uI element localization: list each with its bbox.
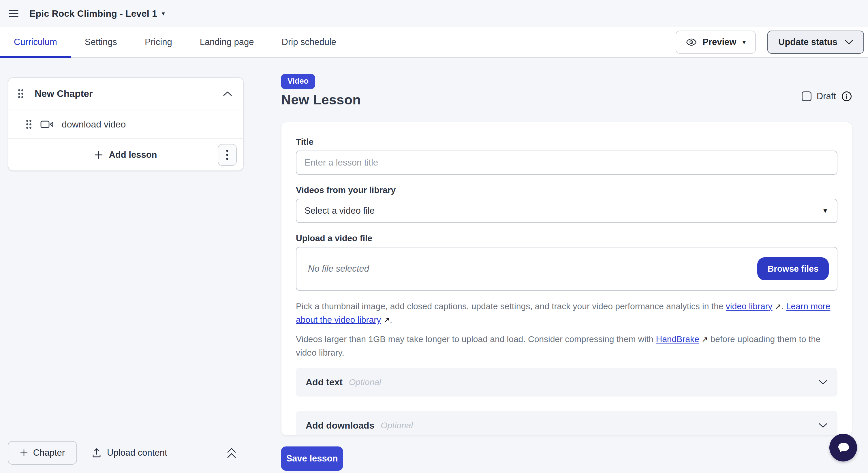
draft-label: Draft — [817, 91, 836, 101]
preview-button-label: Preview — [703, 37, 736, 47]
save-lesson-button[interactable]: Save lesson — [281, 446, 343, 471]
add-lesson-label: Add lesson — [109, 150, 157, 160]
hamburger-menu-icon[interactable] — [8, 8, 19, 19]
upload-field-label: Upload a video file — [296, 233, 837, 243]
lesson-editor: Video New Lesson Draft Title Vide — [254, 58, 868, 473]
no-file-text: No file selected — [308, 263, 369, 274]
upload-icon — [92, 448, 101, 458]
chat-launcher-button[interactable] — [829, 434, 857, 462]
add-chapter-label: Chapter — [33, 448, 65, 458]
lesson-title: download video — [62, 119, 126, 130]
title-field: Title — [296, 137, 837, 175]
optional-label: Optional — [349, 377, 381, 387]
lesson-heading-group: Video New Lesson — [281, 74, 361, 107]
video-file-select[interactable]: Select a video file ▼ — [296, 199, 837, 223]
external-link-icon: ↗ — [699, 333, 708, 346]
upload-field: Upload a video file No file selected Bro… — [296, 233, 837, 291]
curriculum-sidebar: New Chapter download video — [0, 58, 254, 473]
add-downloads-label: Add downloads — [306, 420, 374, 431]
lesson-list-item[interactable]: download video — [8, 109, 243, 139]
browse-files-button[interactable]: Browse files — [757, 257, 829, 280]
external-link-icon: ↗ — [381, 314, 390, 327]
file-size-help-text: Videos larger than 1GB may take longer t… — [296, 333, 837, 359]
tab-pricing[interactable]: Pricing — [131, 27, 186, 57]
chevron-down-icon — [845, 40, 853, 44]
title-field-label: Title — [296, 137, 837, 147]
add-downloads-section[interactable]: Add downloads Optional — [296, 411, 837, 436]
caret-down-icon[interactable]: ▾ — [162, 10, 165, 17]
link-label: HandBrake — [656, 334, 699, 344]
drag-handle-icon[interactable] — [26, 119, 32, 129]
drag-handle-icon[interactable] — [18, 89, 24, 99]
handbrake-link[interactable]: HandBrake↗ — [656, 334, 708, 344]
chapter-menu-button[interactable] — [218, 144, 237, 166]
draft-control: Draft — [802, 91, 852, 102]
chevron-up-icon[interactable] — [223, 91, 232, 96]
add-text-label: Add text — [306, 377, 343, 388]
update-status-button[interactable]: Update status — [767, 31, 864, 54]
upload-content-button[interactable]: Upload content — [92, 448, 167, 458]
info-icon[interactable] — [841, 91, 852, 102]
external-link-icon: ↗ — [773, 300, 781, 313]
caret-down-icon: ▾ — [743, 39, 745, 45]
page-title: New Lesson — [281, 92, 361, 107]
course-title[interactable]: Epic Rock Climbing - Level 1 — [29, 8, 157, 19]
video-file-select-value: Select a video file — [305, 206, 375, 216]
chevron-down-icon — [818, 380, 828, 385]
tabbar: Curriculum Settings Pricing Landing page… — [0, 27, 868, 58]
plus-icon — [94, 151, 103, 159]
chapter-title: New Chapter — [35, 88, 223, 99]
caret-down-icon: ▼ — [822, 208, 828, 214]
chapter-footer: Add lesson — [8, 139, 243, 170]
video-library-link[interactable]: video library↗ — [726, 302, 781, 311]
content-area: New Chapter download video — [0, 58, 868, 473]
upload-content-label: Upload content — [107, 448, 167, 458]
file-dropzone[interactable]: No file selected Browse files — [296, 247, 837, 291]
tabbar-actions: Preview ▾ Update status — [676, 31, 868, 54]
video-library-field: Videos from your library Select a video … — [296, 185, 837, 223]
collapse-all-icon[interactable] — [226, 446, 237, 459]
chapter-card: New Chapter download video — [8, 77, 244, 171]
tab-curriculum[interactable]: Curriculum — [0, 27, 71, 57]
chapter-header[interactable]: New Chapter — [8, 78, 243, 109]
help-text: . — [390, 315, 392, 324]
speech-bubble-icon — [836, 440, 851, 455]
chevron-down-icon — [818, 423, 828, 428]
draft-checkbox[interactable] — [802, 91, 811, 101]
tab-settings[interactable]: Settings — [71, 27, 131, 57]
add-text-section[interactable]: Add text Optional — [296, 368, 837, 397]
link-label: video library — [726, 302, 773, 311]
preview-button[interactable]: Preview ▾ — [676, 31, 756, 54]
course-builder-app: Epic Rock Climbing - Level 1 ▾ Curriculu… — [0, 0, 868, 473]
tab-list: Curriculum Settings Pricing Landing page… — [0, 27, 350, 57]
eye-icon — [686, 38, 697, 46]
help-text: Videos larger than 1GB may take longer t… — [296, 334, 656, 344]
kebab-vertical-icon — [226, 150, 228, 160]
optional-label: Optional — [381, 420, 413, 430]
video-library-label: Videos from your library — [296, 185, 837, 195]
lesson-title-input[interactable] — [296, 151, 837, 175]
tab-drip-schedule[interactable]: Drip schedule — [268, 27, 350, 57]
add-lesson-button[interactable]: Add lesson — [94, 150, 157, 160]
tab-landing-page[interactable]: Landing page — [186, 27, 268, 57]
add-chapter-button[interactable]: Chapter — [8, 441, 77, 465]
video-library-help-text: Pick a thumbnail image, add closed capti… — [296, 299, 837, 327]
video-camera-icon — [40, 120, 54, 129]
plus-icon — [20, 449, 28, 457]
lesson-type-badge: Video — [281, 74, 315, 89]
lesson-editor-header: Video New Lesson Draft — [281, 74, 852, 107]
topbar: Epic Rock Climbing - Level 1 ▾ — [0, 0, 868, 27]
help-text: . — [781, 302, 786, 311]
help-text: Pick a thumbnail image, add closed capti… — [296, 302, 726, 311]
lesson-form-card: Title Videos from your library Select a … — [281, 122, 852, 436]
sidebar-footer: Chapter Upload content — [0, 437, 254, 469]
update-status-label: Update status — [778, 37, 837, 47]
